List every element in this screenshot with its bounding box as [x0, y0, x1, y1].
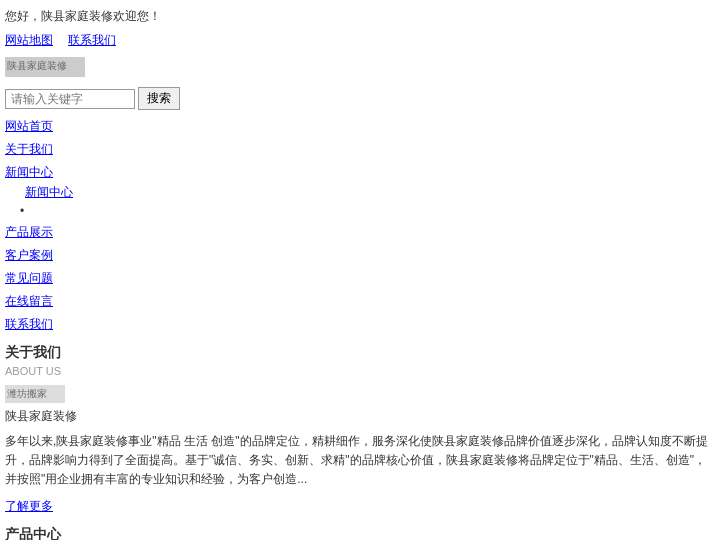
cases-link[interactable]: 客户案例	[5, 248, 53, 262]
greeting-text: 您好，陕县家庭装修欢迎您！	[5, 9, 161, 23]
nav-news: 新闻中心	[5, 161, 715, 184]
nav-contact: 联系我们	[5, 313, 715, 336]
about-logo-area: 潍坊搬家	[0, 382, 720, 406]
faq-link[interactable]: 常见问题	[5, 271, 53, 285]
about-logo-img: 潍坊搬家	[5, 385, 65, 403]
products-link[interactable]: 产品展示	[5, 225, 53, 239]
nav-products: 产品展示	[5, 221, 715, 244]
navigation: 网站首页 关于我们 新闻中心 新闻中心 • 产品展示 客户案例 常见问题 在线留…	[0, 115, 720, 336]
home-link[interactable]: 网站首页	[5, 119, 53, 133]
contact-top-link[interactable]: 联系我们	[68, 32, 116, 49]
nav-home: 网站首页	[5, 115, 715, 138]
about-link[interactable]: 关于我们	[5, 142, 53, 156]
search-button[interactable]: 搜索	[138, 87, 180, 110]
about-tagline: 陕县家庭装修	[0, 406, 720, 427]
bullet-empty: •	[5, 201, 715, 221]
about-subtitle: ABOUT US	[0, 365, 720, 382]
product-title: 产品中心	[5, 523, 715, 540]
header: 陕县家庭装修	[0, 52, 720, 82]
contact-link[interactable]: 联系我们	[5, 317, 53, 331]
news-sub-link[interactable]: 新闻中心	[25, 185, 73, 199]
nav-news-sub: 新闻中心	[5, 184, 715, 201]
about-description: 多年以来,陕县家庭装修事业"精品 生活 创造"的品牌定位，精耕细作，服务深化使陕…	[0, 427, 720, 495]
header-logo-image: 陕县家庭装修	[5, 57, 85, 77]
news-link[interactable]: 新闻中心	[5, 165, 53, 179]
nav-faq: 常见问题	[5, 267, 715, 290]
sitemap-link[interactable]: 网站地图	[5, 32, 53, 49]
product-section: 产品中心 PRODUCT DISPLAY 00016.jpg 00041.jpg…	[0, 518, 720, 540]
search-input[interactable]	[5, 89, 135, 109]
online-link[interactable]: 在线留言	[5, 294, 53, 308]
about-title: 关于我们	[0, 336, 720, 365]
greeting-bar: 您好，陕县家庭装修欢迎您！	[0, 0, 720, 29]
about-section: 关于我们 ABOUT US 潍坊搬家 陕县家庭装修 多年以来,陕县家庭装修事业"…	[0, 336, 720, 518]
nav-cases: 客户案例	[5, 244, 715, 267]
nav-about: 关于我们	[5, 138, 715, 161]
about-more-link[interactable]: 了解更多	[5, 499, 53, 513]
search-bar: 搜索	[0, 82, 720, 115]
nav-online: 在线留言	[5, 290, 715, 313]
about-more-link-container: 了解更多	[0, 495, 720, 518]
top-links: 网站地图 联系我们	[0, 29, 720, 52]
